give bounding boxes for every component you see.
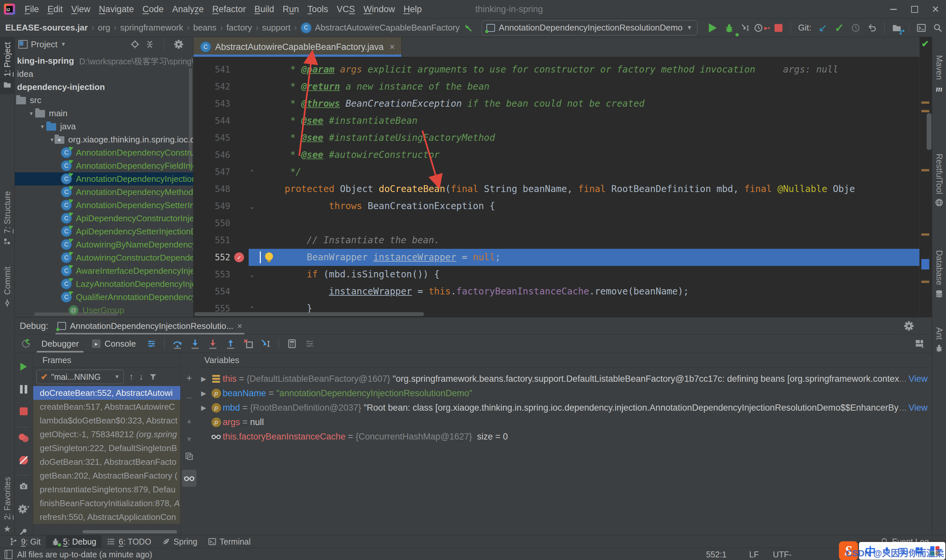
tree-item-apidependencyconstructorinjec[interactable]: CApiDependencyConstructorInjec xyxy=(14,212,193,225)
tool-window-button-maven[interactable]: Mavenm xyxy=(932,50,946,99)
tree-item-annotationdependencyfieldinje[interactable]: CAnnotationDependencyFieldInje xyxy=(14,159,193,172)
debug-button[interactable] xyxy=(721,20,737,36)
thread-selector[interactable]: ✔ "mai...NNING ▼ xyxy=(37,369,124,384)
tool-window-button-ant[interactable]: Ant xyxy=(932,315,946,365)
line-number[interactable]: 546 xyxy=(194,146,230,163)
evaluate-expression-button[interactable] xyxy=(283,336,301,352)
intention-bulb-icon[interactable] xyxy=(265,252,273,260)
session-close-icon[interactable]: × xyxy=(237,321,242,331)
tool-window-button-1-project[interactable]: 1: Project xyxy=(0,37,14,94)
menu-item-vcs[interactable]: VCS xyxy=(333,4,359,14)
collapse-all-button[interactable] xyxy=(145,40,154,49)
stack-frame-row[interactable]: getBean:202, AbstractBeanFactory ( xyxy=(33,469,180,483)
breadcrumb-item[interactable]: ELEASE-sources.jar xyxy=(5,23,88,33)
view-link[interactable]: View xyxy=(909,374,928,384)
view-breakpoints-button[interactable] xyxy=(14,434,33,442)
trace-settings-button[interactable] xyxy=(301,336,319,352)
locate-file-button[interactable] xyxy=(130,40,140,49)
error-stripe[interactable]: ✔ xyxy=(920,37,932,317)
previous-frame-button[interactable]: ↑ xyxy=(129,372,134,382)
stack-frame-row[interactable]: refresh:550, AbstractApplicationCon xyxy=(33,510,180,524)
breadcrumb-item[interactable]: AbstractAutowireCapableBeanFactory xyxy=(315,23,460,33)
menu-item-help[interactable]: Help xyxy=(399,4,426,14)
code-line-553[interactable]: 553⌄ if (mbd.isSingleton()) { xyxy=(194,266,920,283)
vcs-update-button[interactable]: ↙ xyxy=(815,20,831,36)
minimize-button[interactable] xyxy=(883,0,904,18)
search-everywhere-button[interactable] xyxy=(929,20,946,36)
code-line-549[interactable]: 549⌄ throws BeanCreationException { xyxy=(194,198,920,215)
tab-close-icon[interactable]: × xyxy=(390,42,395,52)
code-viewport[interactable]: 541 * @param args explicit arguments to … xyxy=(194,57,920,317)
menu-item-tools[interactable]: Tools xyxy=(303,4,333,14)
duplicate-watch-button[interactable] xyxy=(181,452,198,460)
tool-window-button-7-structure[interactable]: 7: Structure xyxy=(0,184,14,253)
screenshot-button[interactable] xyxy=(14,482,33,491)
fold-marker-icon[interactable]: ⌃ xyxy=(250,163,254,180)
tool-window-button-restfultool[interactable]: RestfulTool xyxy=(932,143,946,218)
code-line-541[interactable]: 541 * @param args explicit arguments to … xyxy=(194,61,920,78)
tool-window-button-9-git[interactable]: 9: Git xyxy=(4,535,46,548)
profiler-button[interactable]: ▶▾ xyxy=(754,20,770,36)
move-watch-up-button[interactable]: ▲ xyxy=(181,416,198,426)
tree-item-java[interactable]: ▼java xyxy=(14,120,193,133)
code-line-543[interactable]: 543 * @throws BeanCreationException if t… xyxy=(194,95,920,112)
tree-item-autowiringconstructordepender[interactable]: CAutowiringConstructorDepender xyxy=(14,251,193,264)
menu-item-navigate[interactable]: Navigate xyxy=(95,4,138,14)
variable-expand-icon[interactable]: ▶ xyxy=(198,404,210,412)
resume-button[interactable] xyxy=(14,363,33,371)
fold-marker-icon[interactable]: ⌄ xyxy=(250,266,254,283)
code-line-545[interactable]: 545 * @see #instantiateUsingFactoryMetho… xyxy=(194,129,920,146)
line-number[interactable]: 542 xyxy=(194,78,230,95)
pause-button[interactable] xyxy=(14,385,33,394)
stop-button[interactable] xyxy=(770,20,787,36)
step-out-button[interactable] xyxy=(222,336,239,352)
stack-frame-row[interactable]: doCreateBean:552, AbstractAutowi xyxy=(33,386,180,400)
tree-item-lazyannotationdependencyinjec[interactable]: CLazyAnnotationDependencyInjec xyxy=(14,277,193,291)
tree-item-annotationdependencyconstruc[interactable]: CAnnotationDependencyConstruc xyxy=(14,146,193,159)
tree-item-apidependencysetterinjectiond[interactable]: CApiDependencySetterInjectionD xyxy=(14,225,193,238)
tree-item-qualifierannotationdependency[interactable]: CQualifierAnnotationDependency xyxy=(14,291,193,304)
stack-frame-row[interactable]: createBean:517, AbstractAutowireC xyxy=(33,400,180,414)
tree-item-org-xiaoge-thinking-in-spring-ioc-dep[interactable]: ▼org.xiaoge.thinking.in.spring.ioc.dep xyxy=(14,133,193,146)
variable-row[interactable]: ▶pmbd = {RootBeanDefinition@2037} "Root … xyxy=(198,400,932,415)
line-number[interactable]: 553 xyxy=(194,266,230,283)
breadcrumb-item[interactable]: beans xyxy=(193,23,216,33)
view-link[interactable]: View xyxy=(909,403,928,413)
stack-frame-row[interactable]: preInstantiateSingletons:879, Defau xyxy=(33,483,180,496)
stack-frame-row[interactable]: getSingleton:222, DefaultSingletonB xyxy=(33,441,180,455)
breadcrumb-item[interactable]: support xyxy=(262,23,291,33)
line-number[interactable]: 541 xyxy=(194,61,230,78)
tool-window-button-6-todo[interactable]: 6: TODO xyxy=(102,535,156,548)
tree-expand-icon[interactable]: ▼ xyxy=(27,111,35,116)
stack-frame-row[interactable]: getObject:-1, 758348212 (org.spring xyxy=(33,428,180,441)
line-number[interactable]: 544 xyxy=(194,112,230,129)
tree-item-src[interactable]: src xyxy=(14,94,193,107)
variable-expand-icon[interactable]: ▶ xyxy=(198,389,210,397)
stripe-scrollbar-thumb[interactable] xyxy=(927,113,932,150)
tree-item-dependency-injection[interactable]: dependency-injection xyxy=(14,80,193,94)
drop-frame-button[interactable] xyxy=(239,336,257,352)
mute-breakpoints-button[interactable] xyxy=(14,456,33,465)
line-number[interactable]: 548 xyxy=(194,180,230,198)
line-number[interactable]: 543 xyxy=(194,95,230,112)
filter-frames-button[interactable] xyxy=(149,372,157,381)
coverage-button[interactable] xyxy=(737,20,754,36)
vcs-rollback-button[interactable] xyxy=(864,20,880,36)
move-watch-down-button[interactable]: ▼ xyxy=(181,434,198,444)
variable-row[interactable]: ▶pbeanName = "annotationDependencyInject… xyxy=(198,386,932,400)
menu-item-run[interactable]: Run xyxy=(278,4,303,14)
tool-window-button-database[interactable]: Database xyxy=(932,236,946,312)
run-to-cursor-button[interactable] xyxy=(257,336,275,352)
tool-window-button-5-debug[interactable]: 5: Debug xyxy=(46,535,102,548)
frames-horizontal-scrollbar[interactable] xyxy=(82,530,177,534)
tool-window-button-2-favorites[interactable]: 2: Favorites★ xyxy=(0,477,14,534)
tree-item-main[interactable]: ▼main xyxy=(14,107,193,120)
show-watches-button[interactable] xyxy=(182,470,196,487)
line-number[interactable]: 550 xyxy=(194,215,230,232)
line-number[interactable]: 545 xyxy=(194,129,230,146)
code-line-554[interactable]: 554 instanceWrapper = this.factoryBeanIn… xyxy=(194,283,920,300)
tree-item-annotationdependencyinjection[interactable]: CAnnotationDependencyInjection xyxy=(14,172,193,185)
tree-item-autowiringbynamedependency[interactable]: CAutowiringByNameDependency xyxy=(14,238,193,251)
step-over-button[interactable] xyxy=(168,336,186,352)
debug-gear-button[interactable]: ▾ xyxy=(14,505,33,514)
